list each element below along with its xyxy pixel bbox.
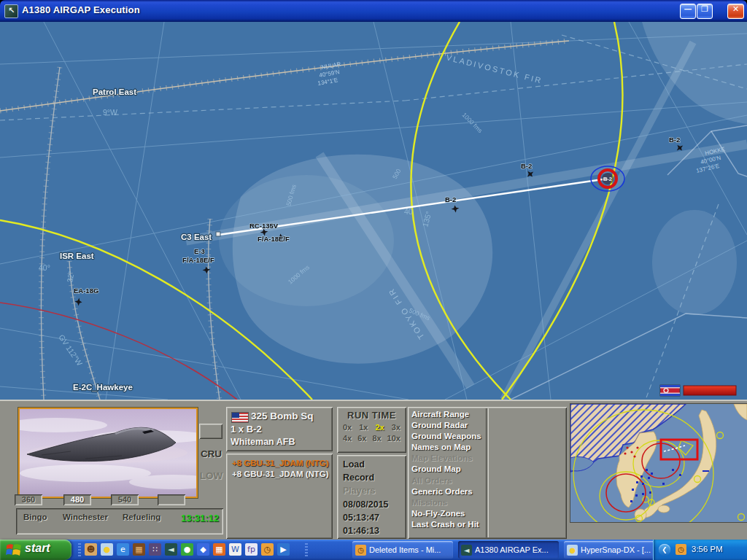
taskbar-handle[interactable]: [305, 543, 308, 556]
task-button-label: Deleted Items - Mi...: [369, 545, 441, 554]
tray-clock-icon[interactable]: ◷: [676, 544, 686, 555]
close-button[interactable]: ✕: [727, 4, 744, 19]
windows-logo-icon: [6, 543, 22, 556]
home-base: Whiteman AFB: [231, 437, 295, 447]
frontpage-icon[interactable]: fp: [245, 543, 258, 556]
aircraft-photo: [18, 408, 198, 498]
map-options-panel: Aircraft RangeGround RadarGround Weapons…: [408, 407, 567, 539]
session-01-46-13[interactable]: 01:46:13: [337, 524, 406, 537]
tactical-map[interactable]: B-2 Patrol EastISR EastC3 EastE-2C_Hawke…: [0, 22, 747, 400]
task-button-label: HyperSnap-DX - [...: [581, 545, 651, 554]
hypersnap-bird-icon[interactable]: ●: [101, 543, 113, 556]
speed-mark-empty[interactable]: [158, 494, 185, 505]
map-label-rc-135v: RC-135V: [249, 222, 279, 230]
map-label-f-a-18e-f: F/A-18E/F: [258, 235, 290, 243]
session-record[interactable]: Record: [337, 471, 406, 484]
map-label-9-w: 9°W: [103, 108, 117, 117]
map-label-40: 40: [404, 207, 413, 216]
loadout-row-1[interactable]: +8 GBU-31_JDAM (NTG): [226, 457, 333, 468]
map-label-gv-112-w: GV 112°W: [57, 332, 84, 367]
tray-chevron-icon[interactable]: ❮: [659, 544, 670, 556]
session-08-08-2015[interactable]: 08/08/2015: [337, 498, 406, 511]
run-speed-8x[interactable]: 8x: [372, 434, 381, 443]
start-label: start: [25, 542, 50, 555]
speed-mark-360[interactable]: 360: [15, 494, 42, 505]
speed-mark-540[interactable]: 540: [111, 494, 139, 505]
minimize-button[interactable]: —: [680, 4, 696, 19]
us-flag-icon: [231, 412, 249, 423]
map-label-c3-east: C3 East: [181, 233, 212, 241]
map-label-b-2: B-2: [669, 136, 680, 144]
clock-icon[interactable]: ◷: [261, 543, 274, 556]
outlook-icon[interactable]: ▦: [213, 543, 225, 556]
map-label-1000-fms: 1000 fms: [461, 111, 484, 134]
target-label: B-2: [603, 176, 612, 182]
runtime-title: RUN TIME: [337, 407, 406, 421]
map-label-32: 32°: [65, 271, 76, 284]
ie-icon[interactable]: e: [117, 543, 129, 556]
mode-blank-block: [199, 424, 222, 439]
run-speed-4x[interactable]: 4x: [343, 434, 352, 443]
run-speed-0x[interactable]: 0x: [343, 423, 352, 432]
enemy-status: [660, 385, 736, 396]
loadout-row-2[interactable]: +8 GBU-31_JDAM (NTG): [226, 468, 333, 479]
unit-count: 1 x B-2: [231, 424, 262, 435]
map-label-f-a-18e-f: F/A-18E/F: [182, 256, 214, 264]
fuel-label-winchester: Winchester: [63, 513, 108, 521]
taskbar: start ☻●e▦∷◄●◆▦Wfp◷▶ ◷Deleted Items - Mi…: [0, 540, 747, 560]
map-label-patrol-east: Patrol East: [93, 88, 136, 96]
map-label-vladivostok-fir: VLADIVOSTOK FIR: [446, 52, 544, 85]
quick-launch-handle[interactable]: [78, 543, 81, 556]
task-button-hypersnap-dx[interactable]: ●HyperSnap-DX - [...: [564, 541, 665, 559]
task-button-label: A1380 AIRGAP Ex...: [475, 545, 549, 554]
run-speed-3x[interactable]: 3x: [392, 423, 400, 432]
hypersnap-window-icon: ●: [567, 545, 578, 556]
word-icon[interactable]: W: [229, 543, 241, 556]
airgap-window-icon: ◄: [461, 545, 472, 556]
start-button[interactable]: start: [0, 540, 71, 560]
user-icon[interactable]: ☻: [85, 543, 97, 556]
dots-icon[interactable]: ∷: [149, 543, 161, 556]
squadron-name: 325 Bomb Sq: [251, 411, 314, 421]
runtime-panel: RUN TIME 0x1x2x3x 4x6x8x10x: [337, 407, 406, 453]
loadout-panel: +8 GBU-31_JDAM (NTG)+8 GBU-31_JDAM (NTG): [226, 454, 333, 539]
north-korea-flag-icon: [660, 385, 680, 396]
window-app-icon: ↖: [4, 4, 18, 18]
mode-button-low[interactable]: LOW: [198, 470, 225, 481]
airgap-app-icon[interactable]: ◄: [165, 543, 177, 556]
session-load[interactable]: Load: [337, 458, 406, 471]
theater-minimap[interactable]: [570, 403, 747, 523]
map-label-e-2c-hawkeye: E-2C_Hawkeye: [73, 383, 133, 392]
run-speed-6x[interactable]: 6x: [357, 434, 366, 443]
crate-icon[interactable]: ▦: [133, 543, 145, 556]
mission-clock: 13:31:12: [181, 513, 219, 524]
task-button-a1380-airgap-ex[interactable]: ◄A1380 AIRGAP Ex...: [458, 541, 559, 559]
messenger-icon[interactable]: ◆: [197, 543, 209, 556]
fuel-status-panel: BingoWinchesterRefueling 13:31:12: [16, 508, 223, 534]
map-label-b-2: B-2: [445, 195, 456, 203]
mode-button-cru[interactable]: CRU: [198, 448, 225, 459]
squadron-panel: 325 Bomb Sq 1 x B-2 Whiteman AFB: [226, 407, 333, 451]
run-speed-10x[interactable]: 10x: [387, 434, 400, 443]
map-label-40: 40°: [39, 263, 50, 272]
restore-button[interactable]: ❐: [697, 4, 713, 19]
aircraft-icon[interactable]: [74, 298, 82, 306]
run-speed-2x[interactable]: 2x: [376, 423, 384, 432]
strength-bar: [684, 386, 736, 395]
panel-divider: [486, 408, 489, 537]
run-speed-1x[interactable]: 1x: [359, 423, 368, 432]
map-label-ea-18g: EA-18G: [74, 287, 98, 295]
deleted-items-icon: ◷: [355, 545, 366, 556]
tray-time: 3:56 PM: [692, 545, 723, 553]
fuel-label-refueling: Refueling: [123, 513, 160, 521]
session-05-13-47[interactable]: 05:13:47: [337, 511, 406, 524]
session-panel: LoadRecordPlayers08/08/201505:13:4701:46…: [337, 455, 406, 539]
green-player-icon[interactable]: ●: [181, 543, 193, 556]
title-bar: ↖ A1380 AIRGAP Execution — ❐ ✕: [0, 0, 747, 22]
map-label-e-3: E-3: [194, 247, 205, 255]
speed-mark-480[interactable]: 480: [63, 494, 91, 505]
media-player-icon[interactable]: ▶: [277, 543, 290, 556]
session-players[interactable]: Players: [337, 484, 406, 497]
map-label-b-2: B-2: [521, 162, 532, 170]
task-button-deleted-items-mi[interactable]: ◷Deleted Items - Mi...: [352, 541, 453, 559]
